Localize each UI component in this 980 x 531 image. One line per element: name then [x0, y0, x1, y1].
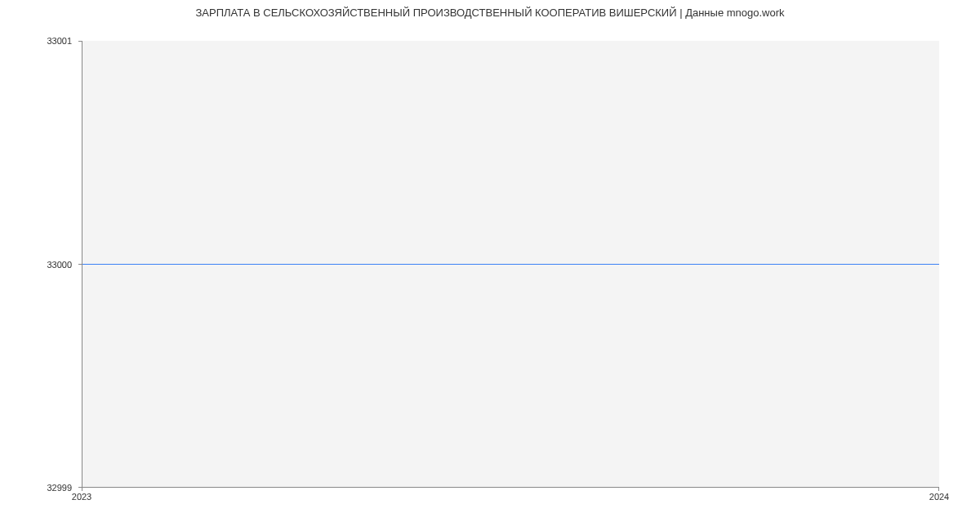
- x-tick-label: 2024: [929, 492, 949, 502]
- plot-area: [82, 41, 939, 488]
- data-line: [82, 264, 939, 265]
- chart-title: ЗАРПЛАТА В СЕЛЬСКОХОЗЯЙСТВЕННЫЙ ПРОИЗВОД…: [0, 7, 980, 19]
- x-tick-label: 2023: [72, 492, 91, 502]
- y-tick-label: 33001: [0, 36, 82, 46]
- y-tick-label: 32999: [0, 483, 82, 493]
- y-tick-label: 33000: [0, 260, 82, 270]
- x-tick-mark: [82, 488, 82, 491]
- x-tick-mark: [938, 488, 939, 491]
- y-tick-mark: [78, 41, 82, 42]
- y-tick-mark: [78, 264, 82, 265]
